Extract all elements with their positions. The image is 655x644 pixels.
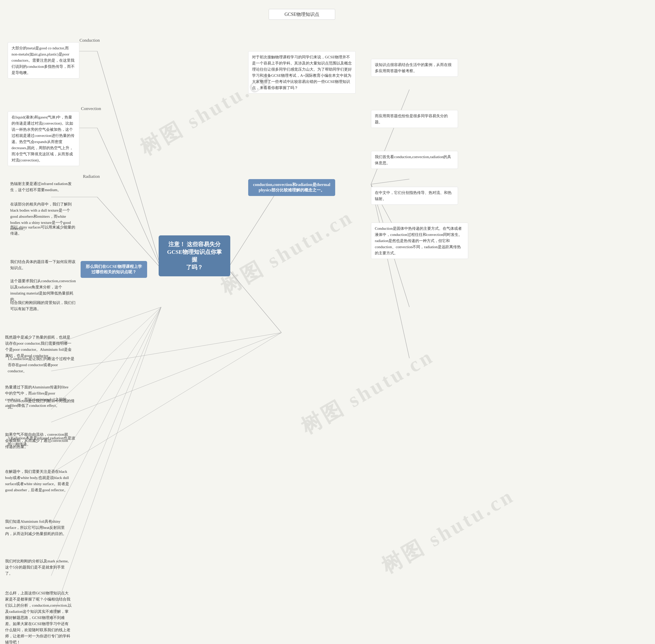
numbered-item2: 2.Convection是让我们判断air中对流的情况。 bbox=[8, 398, 77, 410]
middle-question-node: 那么我们在GCSE物理课程上学过哪些相关的知识点呢？ bbox=[80, 261, 147, 278]
right-text3: 我们首先看conduction,convection,radiation的具体意… bbox=[371, 151, 458, 169]
svg-line-6 bbox=[371, 179, 410, 184]
bottom-text7: 怎么样，上面这些GCSE物理知识点大家是不是都掌握了呢？小编相信结合我们以上的分… bbox=[3, 589, 74, 644]
numbered-item3: 3.Radiation本质是infrared radiation也是波的一种传递… bbox=[8, 435, 77, 447]
bottom-text4: 在解题中，我们需要关注是否在black body或者white body,也就是… bbox=[3, 467, 74, 495]
svg-line-4 bbox=[228, 269, 281, 332]
svg-line-1 bbox=[97, 128, 161, 269]
svg-line-0 bbox=[97, 51, 161, 269]
numbered-item1: 1.Conduction是让我们判断这个过程中是否存在good conducto… bbox=[8, 355, 77, 374]
svg-line-9 bbox=[371, 184, 410, 358]
svg-line-19 bbox=[51, 332, 281, 371]
right-text5: Conduction是固体中热传递的主要方式。在气体或者液体中，conducti… bbox=[371, 223, 468, 259]
mind-map: GCSE物理知识点 注意！ 这些容易失分 GCSE物理知识点你掌握 了吗？ Co… bbox=[0, 0, 655, 644]
convection-header: Convection bbox=[68, 106, 101, 111]
top-title: GCSE物理知识点 bbox=[268, 9, 335, 20]
svg-line-5 bbox=[371, 90, 410, 184]
right-intro-text: 对于初次接触物理课程学习的同学们来说，GCSE物理并不是一个容易上手的学科。其涉… bbox=[248, 51, 356, 94]
bottom-text5: 我们知道Aluminium foil具有shiny surface，所以它可以用… bbox=[3, 517, 74, 538]
radiation-text1: 热辐射主要是通过infrared radiation发生，这个过程不需要medi… bbox=[8, 179, 79, 194]
radiation-header: Radiation bbox=[69, 174, 100, 179]
svg-line-20 bbox=[51, 332, 281, 422]
svg-line-21 bbox=[51, 332, 281, 473]
connector-lines bbox=[0, 0, 655, 644]
right-blue-box: conduction,convection和radiation是thermal … bbox=[248, 179, 335, 196]
radiation-text6: 结合我们刚刚回顾的背景知识，我们们可以有如下思路。 bbox=[8, 298, 79, 314]
bottom-text6: 我们对比刚刚的分析以及mark scheme,这个5分的题我们是不是就拿到手里了… bbox=[3, 556, 74, 578]
convection-text: 在liquid(液体)和gases(气体)中，热量的传递是通过对流(convec… bbox=[8, 111, 79, 166]
right-text2: 而应用简答题也恰恰是很多同学容易失分的题。 bbox=[371, 110, 458, 128]
central-node: 注意！ 这些容易失分 GCSE物理知识点你掌握 了吗？ bbox=[159, 235, 230, 276]
svg-line-2 bbox=[97, 197, 161, 269]
right-text1: 该知识点很容易结合生活中的案例，从而在很多应用简答题中被考察。 bbox=[371, 59, 458, 77]
conduction-text: 大部分的metal是good co nductor,而non-metals(如a… bbox=[8, 42, 79, 78]
radiation-text4: 我们结合具体的题目看一下如何应用该知识点。 bbox=[8, 257, 79, 273]
radiation-text3: 所以,shiny surfaces可以用来减少能量的传递。 bbox=[8, 223, 79, 238]
right-text4: 在中文中，它们分别指热传导、热对流、和热辐射。 bbox=[371, 187, 458, 205]
svg-line-3 bbox=[228, 184, 281, 269]
